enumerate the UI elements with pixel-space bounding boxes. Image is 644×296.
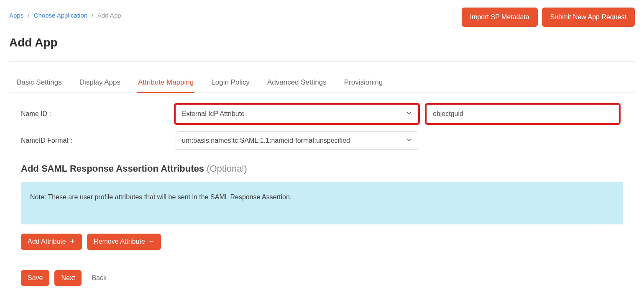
breadcrumb-current: Add App (97, 12, 121, 19)
remove-attribute-label: Remove Attribute (94, 238, 145, 245)
nameid-format-label: NameID Format : (21, 137, 176, 144)
remove-attribute-button[interactable]: Remove Attribute (87, 234, 161, 250)
note-box: Note: These are user profile attributes … (21, 182, 623, 224)
tab-attribute-mapping[interactable]: Attribute Mapping (137, 74, 194, 93)
save-button[interactable]: Save (21, 270, 49, 286)
back-link[interactable]: Back (92, 274, 107, 282)
note-text: Note: These are user profile attributes … (30, 193, 291, 201)
page-title: Add App (9, 36, 635, 49)
name-id-input[interactable] (427, 105, 619, 123)
name-id-label: Name ID : (21, 110, 176, 118)
divider (9, 61, 635, 62)
tab-advanced-settings[interactable]: Advanced Settings (266, 74, 327, 93)
next-button[interactable]: Next (54, 270, 82, 286)
name-id-input-wrap (427, 105, 619, 123)
name-id-select-value: External IdP Attribute (176, 105, 418, 123)
saml-heading-optional: (Optional) (207, 163, 247, 174)
import-sp-metadata-button[interactable]: Import SP Metadata (462, 8, 538, 27)
saml-section-heading: Add SAML Response Assertion Attributes (… (21, 163, 623, 174)
breadcrumb: Apps / Choose Application / Add App (9, 8, 121, 19)
tabs: Basic Settings Display Apps Attribute Ma… (9, 74, 635, 93)
tab-login-policy[interactable]: Login Policy (210, 74, 250, 93)
plus-icon (69, 238, 75, 246)
breadcrumb-apps[interactable]: Apps (9, 12, 23, 19)
name-id-select[interactable]: External IdP Attribute (176, 105, 418, 123)
add-attribute-label: Add Attribute (28, 238, 66, 245)
breadcrumb-choose-application[interactable]: Choose Application (34, 12, 87, 19)
minus-icon (148, 238, 154, 246)
nameid-format-select[interactable]: urn:oasis:names:tc:SAML:1.1:nameid-forma… (176, 131, 418, 150)
add-attribute-button[interactable]: Add Attribute (21, 234, 82, 250)
nameid-format-select-value: urn:oasis:names:tc:SAML:1.1:nameid-forma… (176, 131, 418, 150)
tab-basic-settings[interactable]: Basic Settings (16, 74, 63, 93)
breadcrumb-separator: / (92, 12, 93, 19)
submit-new-app-request-button[interactable]: Submit New App Request (542, 8, 635, 27)
saml-heading-text: Add SAML Response Assertion Attributes (21, 163, 204, 174)
tab-display-apps[interactable]: Display Apps (79, 74, 121, 93)
breadcrumb-separator: / (28, 12, 29, 19)
tab-provisioning[interactable]: Provisioning (343, 74, 384, 93)
